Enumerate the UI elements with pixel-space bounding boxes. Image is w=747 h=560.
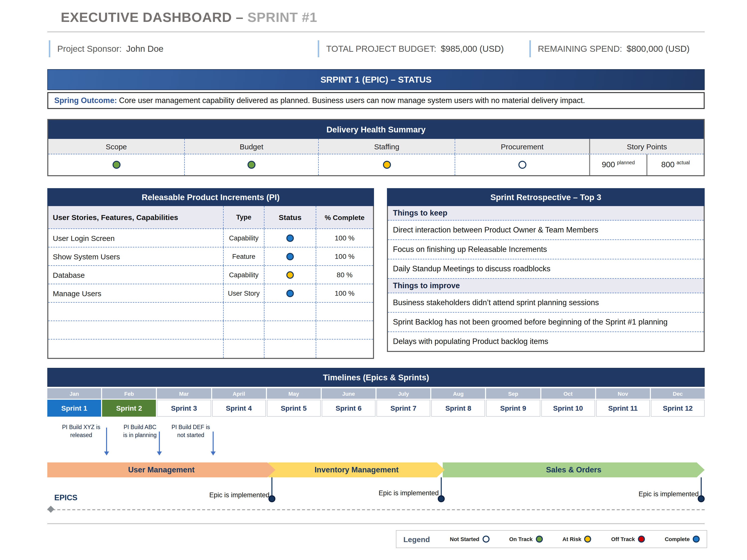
story-points-planned-label: planned (617, 160, 635, 165)
epics-baseline (47, 509, 705, 510)
epic-bar-user-management: User Management (47, 462, 275, 477)
sprint-cell-5: Sprint 5 (267, 400, 320, 417)
pi-row-name: Show System Users (48, 247, 224, 265)
pi-row-name: Manage Users (48, 284, 224, 302)
month-header-row: Jan Feb Mar April May June July Aug Sep … (47, 388, 705, 399)
diamond-marker-icon (47, 506, 54, 513)
sprint-cell-10: Sprint 10 (541, 400, 595, 417)
health-col-scope: Scope (48, 139, 185, 154)
story-points-actual-value: 800 (661, 160, 674, 169)
list-item: Delays with populating Product backlog i… (388, 332, 704, 351)
health-col-staffing: Staffing (319, 139, 455, 154)
sprint-cell-2: Sprint 2 (102, 400, 156, 417)
pi-row-type: User Story (224, 284, 264, 302)
pi-build-annotation: PI Build ABC is in planning (121, 424, 159, 439)
legend: Legend Not Started On Track At Risk Off … (396, 530, 707, 548)
pi-col-complete: % Complete (316, 206, 373, 229)
story-points-actual-cell: 800 actual (646, 154, 704, 175)
budget-status-icon (248, 161, 256, 169)
pi-header-row: User Stories, Features, Capabilities Typ… (48, 206, 373, 229)
status-icon (286, 252, 294, 260)
pi-col-name: User Stories, Features, Capabilities (48, 206, 224, 229)
budget-status-cell (185, 154, 319, 175)
story-points-actual-label: actual (676, 160, 690, 165)
sprint-row: Sprint 1 Sprint 2 Sprint 3 Sprint 4 Spri… (47, 400, 705, 417)
legend-item-complete: Complete (665, 536, 700, 542)
story-points-planned-cell: 900 planned (589, 154, 646, 175)
health-col-story-points: Story Points (589, 139, 704, 154)
page-title-sub: SPRINT #1 (248, 10, 317, 25)
timeline-body: PI Build XYZ is released PI Build ABC is… (47, 417, 705, 520)
month-cell: July (377, 388, 430, 399)
retrospective-title: Sprint Retrospective – Top 3 (387, 188, 705, 206)
epic-milestone-dot (438, 495, 445, 502)
pi-row-status-cell (264, 266, 316, 284)
epic-label: User Management (128, 465, 195, 474)
legend-item-not-started: Not Started (450, 536, 490, 542)
legend-title: Legend (403, 535, 430, 543)
pi-row-complete: 80 % (316, 266, 373, 284)
list-item: Direct interaction between Product Owner… (388, 220, 704, 240)
project-sponsor: Project Sponsor: John Doe (49, 40, 318, 57)
remaining-spend-label: REMAINING SPEND: (538, 44, 622, 54)
epic-label: Inventory Management (314, 465, 398, 474)
month-cell: Feb (102, 388, 156, 399)
remaining-spend-value: $800,000 (USD) (626, 44, 690, 54)
header-divider (47, 31, 705, 32)
pi-row-complete (316, 321, 373, 339)
pi-row-status-cell (264, 284, 316, 302)
sprint-status-banner: SRPINT 1 (EPIC) – STATUS (47, 69, 705, 90)
scope-status-cell (48, 154, 185, 175)
health-value-row: 900 planned 800 actual (48, 154, 704, 175)
sprint-cell-4: Sprint 4 (212, 400, 266, 417)
pi-row-status-cell (264, 229, 316, 247)
sprint-cell-12: Sprint 12 (651, 400, 705, 417)
pi-row-complete (316, 340, 373, 358)
pi-row-name (48, 321, 224, 339)
status-icon (286, 290, 294, 297)
procurement-status-icon (518, 161, 526, 169)
middle-panels: Releasable Product Increments (PI) User … (47, 188, 747, 359)
legend-item-label: At Risk (563, 536, 582, 542)
down-arrow-icon (159, 432, 160, 452)
sprint-outcome-label: Spring Outcome: (54, 96, 117, 105)
month-cell: Aug (431, 388, 485, 399)
health-col-procurement: Procurement (455, 139, 589, 154)
footer-divider (47, 523, 705, 524)
legend-item-label: Off Track (611, 536, 635, 542)
status-icon (286, 234, 294, 242)
pi-row-complete: 100 % (316, 247, 373, 265)
legend-item-label: On Track (509, 536, 533, 542)
retrospective-list: Things to keep Direct interaction betwee… (387, 206, 705, 352)
down-arrow-icon (213, 432, 214, 452)
sprint-cell-8: Sprint 8 (431, 400, 485, 417)
sprint-cell-11: Sprint 11 (596, 400, 650, 417)
pi-row-status-cell (264, 340, 316, 358)
pi-row-name: Database (48, 266, 224, 284)
complete-icon (693, 536, 700, 542)
executive-dashboard-page: EXECUTIVE DASHBOARD – SPRINT #1 Project … (0, 0, 747, 560)
pi-row-type: Capability (224, 229, 264, 247)
epic-milestone-dot (698, 495, 705, 502)
status-icon (286, 308, 294, 315)
pi-row-type (224, 321, 264, 339)
retrospective-panel: Sprint Retrospective – Top 3 Things to k… (387, 188, 705, 359)
list-item: Daily Standup Meetings to discuss roadbl… (388, 259, 704, 279)
month-cell: Nov (596, 388, 650, 399)
status-icon (286, 326, 294, 334)
procurement-status-cell (455, 154, 589, 175)
timelines-banner: Timelines (Epics & Sprints) (47, 368, 705, 387)
pi-row-complete: 100 % (316, 229, 373, 247)
table-row-empty (48, 340, 373, 358)
month-cell: Jan (47, 388, 101, 399)
pi-row-name (48, 303, 224, 321)
legend-item-label: Complete (665, 536, 690, 542)
pi-row-complete (316, 303, 373, 321)
epic-implemented-label: Epic is implemented (200, 491, 269, 499)
pi-panel: Releasable Product Increments (PI) User … (47, 188, 374, 359)
pi-row-complete: 100 % (316, 284, 373, 302)
epic-milestone-dot (268, 495, 275, 502)
total-budget: TOTAL PROJECT BUDGET: $985,000 (USD) (318, 40, 530, 57)
month-cell: Oct (541, 388, 595, 399)
epic-bar-inventory-management: Inventory Management (268, 462, 445, 477)
